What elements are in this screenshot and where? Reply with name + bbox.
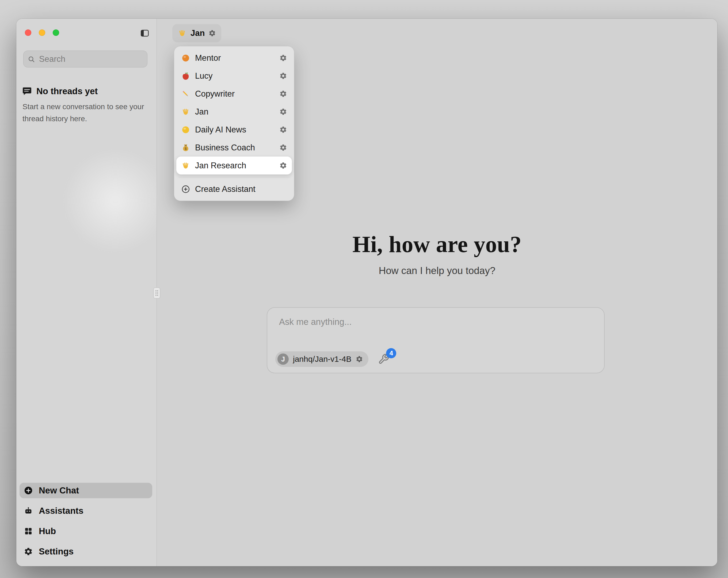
sidebar: No threads yet Start a new conversation … — [16, 19, 157, 566]
assistant-menu-item-business-coach[interactable]: $ Business Coach — [176, 139, 292, 156]
model-selector[interactable]: J janhq/Jan-v1-4B — [275, 351, 368, 367]
sidebar-item-settings[interactable]: Settings — [20, 544, 152, 559]
assistant-menu-item-jan[interactable]: Jan — [176, 103, 292, 121]
minimize-button[interactable] — [39, 29, 45, 36]
hub-grid-icon — [24, 527, 33, 536]
sidebar-item-hub[interactable]: Hub — [20, 523, 152, 539]
wave-hand-icon — [181, 161, 190, 170]
sidebar-resize-handle[interactable] — [153, 287, 160, 299]
create-assistant-label: Create Assistant — [195, 184, 256, 194]
gear-icon[interactable] — [279, 54, 287, 62]
main-area: Jan Mentor Lucy — [157, 19, 717, 566]
assistant-menu: Mentor Lucy — [174, 46, 294, 201]
gear-icon[interactable] — [279, 72, 287, 80]
sidebar-item-assistants[interactable]: Assistants — [20, 503, 152, 519]
assistants-icon — [24, 506, 33, 516]
assistant-menu-item-copywriter[interactable]: Copywriter — [176, 85, 292, 103]
app-window: No threads yet Start a new conversation … — [16, 19, 717, 566]
orange-circle-icon — [181, 53, 190, 62]
chat-input[interactable] — [277, 315, 587, 339]
assistant-selector[interactable]: Jan — [172, 24, 221, 42]
menu-separator — [179, 177, 290, 177]
plus-circle-icon — [24, 486, 33, 495]
close-button[interactable] — [25, 29, 31, 36]
greeting-title: Hi, how are you? — [157, 231, 717, 258]
assistant-menu-item-label: Lucy — [195, 71, 212, 81]
model-avatar: J — [278, 353, 289, 365]
money-bag-icon: $ — [181, 143, 190, 152]
wave-hand-icon — [178, 29, 187, 38]
assistant-menu-item-mentor[interactable]: Mentor — [176, 49, 292, 67]
empty-state-title: No threads yet — [36, 86, 98, 96]
svg-text:$: $ — [185, 146, 186, 150]
tools-count-badge: 4 — [386, 348, 396, 358]
assistant-menu-item-label: Business Coach — [195, 143, 255, 153]
plus-circle-outline-icon — [181, 185, 190, 194]
search-box — [23, 51, 148, 68]
assistant-menu-item-daily-ai-news[interactable]: Daily AI News — [176, 121, 292, 139]
create-assistant-button[interactable]: Create Assistant — [176, 180, 292, 198]
sidebar-item-label: Hub — [39, 526, 56, 536]
gear-icon[interactable] — [279, 161, 287, 169]
search-input[interactable] — [38, 54, 144, 64]
sidebar-blur-blob — [62, 147, 169, 254]
assistant-menu-item-lucy[interactable]: Lucy — [176, 67, 292, 85]
assistant-menu-item-label: Mentor — [195, 53, 221, 63]
apple-icon — [181, 71, 190, 80]
window-controls — [25, 29, 59, 36]
search-icon — [27, 55, 35, 63]
assistant-menu-item-jan-research[interactable]: Jan Research — [176, 156, 292, 174]
threads-empty-state: No threads yet Start a new conversation … — [22, 86, 148, 125]
gear-icon[interactable] — [279, 90, 287, 98]
pencil-icon — [181, 90, 190, 99]
composer: J janhq/Jan-v1-4B 4 — [267, 307, 605, 373]
gear-icon[interactable] — [356, 355, 363, 363]
gear-icon[interactable] — [208, 29, 216, 37]
sidebar-nav: New Chat Assistants H — [20, 483, 152, 559]
assistant-menu-item-label: Jan — [195, 107, 208, 117]
chat-bubble-icon — [22, 86, 32, 96]
wave-hand-icon — [181, 107, 190, 117]
assistant-menu-item-label: Daily AI News — [195, 125, 246, 134]
sidebar-item-new-chat[interactable]: New Chat — [20, 483, 152, 498]
sidebar-toggle-icon[interactable] — [139, 28, 150, 39]
empty-state-description: Start a new conversation to see your thr… — [22, 101, 148, 125]
gear-icon[interactable] — [279, 108, 287, 116]
greeting-subtitle: How can I help you today? — [157, 265, 717, 276]
assistant-menu-item-label: Copywriter — [195, 89, 235, 99]
sidebar-item-label: Assistants — [39, 506, 83, 516]
greeting: Hi, how are you? How can I help you toda… — [157, 231, 717, 276]
zoom-button[interactable] — [53, 29, 59, 36]
gear-icon[interactable] — [279, 126, 287, 133]
gear-icon — [24, 547, 33, 556]
gear-icon[interactable] — [279, 144, 287, 151]
assistant-menu-item-label: Jan Research — [195, 161, 246, 171]
yellow-circle-icon — [181, 125, 190, 134]
sidebar-item-label: Settings — [39, 547, 74, 557]
model-name: janhq/Jan-v1-4B — [293, 355, 351, 364]
sidebar-item-label: New Chat — [39, 485, 79, 496]
tools-button[interactable]: 4 — [378, 353, 389, 365]
current-assistant-name: Jan — [190, 28, 205, 38]
